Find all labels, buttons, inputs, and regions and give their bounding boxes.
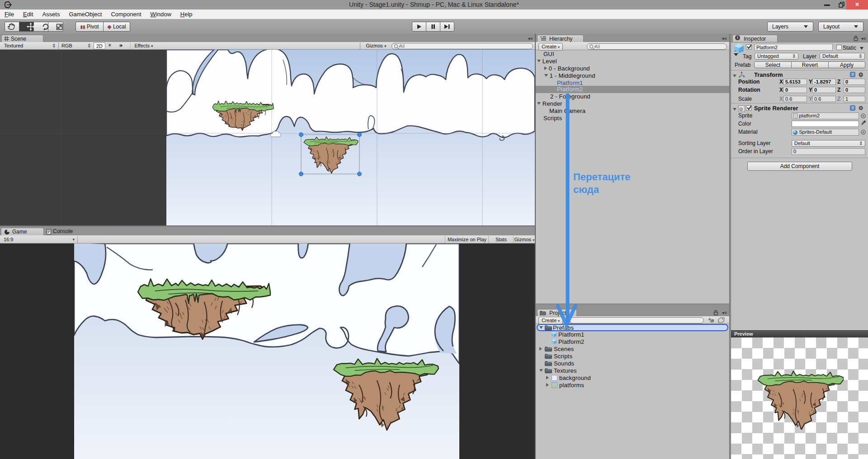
svg-text:?: ? <box>851 106 854 110</box>
svg-text:?: ? <box>851 72 854 77</box>
